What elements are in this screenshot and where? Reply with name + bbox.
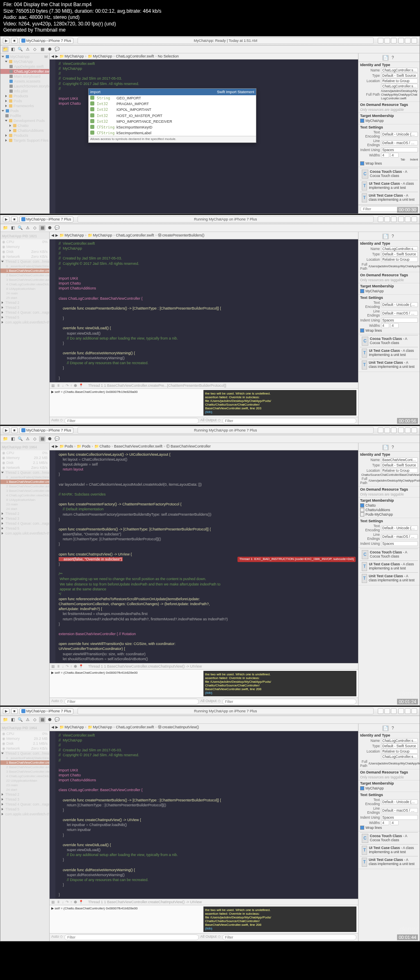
scheme-selector[interactable]: MyChatApp › iPhone 7 Plus [19, 216, 73, 223]
run-button[interactable]: ▶ [3, 38, 9, 44]
lib-item-icon[interactable]: C [362, 170, 368, 179]
toolbar: ▶ ■ MyChatApp › iPhone 7 Plus MyChatApp:… [0, 37, 420, 46]
find-nav-icon[interactable]: 🔍 [17, 46, 23, 52]
var-filter[interactable] [64, 418, 199, 424]
help-inspector-icon[interactable]: ? [390, 55, 396, 61]
debug-navigator[interactable]: MyChatApp PID 1964 ◉ CPU0% ◉ Memory29.2 … [0, 443, 50, 705]
project-navigator[interactable]: MyChatAppM MyChatApp AppDelegate.swift C… [0, 53, 50, 213]
selected-stack-frame[interactable]: 1 BaseChatViewController.create... [0, 269, 49, 273]
navigator-tabs[interactable]: 📁 ◧ 🔍 ⚠ ◇ ▦ ⬣ 💬 [0, 46, 420, 53]
run-button[interactable]: ▶ [3, 708, 9, 714]
location-select[interactable]: Relative to Group [381, 78, 418, 83]
var-scope-select[interactable]: Auto ◇ [51, 418, 63, 424]
debug-console[interactable]: ▶ self = (Chatto.BaseChatController) 0x0… [50, 388, 358, 417]
test-nav-icon[interactable]: ◇ [32, 46, 38, 52]
debug-navigator[interactable]: MyChatApp PID 1821 ◉ CPU0% ◉ Memory ◉ Di… [0, 232, 50, 425]
variables-view[interactable]: ▶ self = (Chatto.BaseChatController) 0x0… [51, 390, 201, 415]
activity-status: MyChatApp: Ready | Today at 1:51 AM [78, 37, 374, 44]
project-nav-icon[interactable]: 📁 [2, 46, 9, 52]
runtime-error-badge: Thread 1: EXC_BAD_INSTRUCTION (code=EXC_… [237, 557, 356, 562]
report-nav-icon[interactable]: 💬 [54, 46, 60, 52]
file-name-field[interactable]: ChatLogController.swift [381, 68, 418, 73]
assert-highlight: assert(false, "Override in subclass") [59, 557, 123, 561]
panel-toggle[interactable] [398, 38, 417, 44]
console-output: the two will be used. Which one is undef… [203, 390, 356, 415]
run-button[interactable]: ▶ [3, 216, 9, 222]
autocomplete-popup[interactable]: importSwift Import Statement StringGEO_I… [88, 88, 256, 143]
target-checkbox[interactable] [360, 119, 364, 123]
output-scope-select[interactable]: All Output ◇ [201, 418, 221, 424]
scheme-selector[interactable]: MyChatApp › iPhone 7 Plus [19, 38, 73, 44]
debug-bar[interactable]: ▦⏸↓↷↑⬢📍 Thread 1 1 BaseChatViewControlle… [50, 382, 358, 388]
issue-nav-icon[interactable]: ⚠ [24, 46, 31, 52]
symbol-nav-icon[interactable]: ◧ [9, 46, 16, 52]
xcode-frame-3: ▶ ■ MyChatApp › iPhone 7 Plus Running My… [0, 426, 420, 706]
console-filter[interactable] [222, 418, 356, 424]
selected-file[interactable]: ChatLogController.swiftM [0, 69, 49, 74]
jump-bar[interactable]: ◀ ▶ 📁 MyChatApp› 📁 MyChatApp› ChatLogCon… [50, 53, 358, 60]
code-editor[interactable]: ◀ ▶ 📁 MyChatApp› 📁 MyChatApp› ChatLogCon… [50, 232, 358, 425]
inspector-panel: 📄? Identity and Type NameChatLogControll… [358, 53, 420, 213]
wrap-checkbox[interactable] [360, 161, 364, 165]
code-editor[interactable]: ◀ ▶ 📁 MyChatApp› 📁 MyChatApp› ChatLogCon… [50, 53, 358, 213]
stop-button[interactable]: ■ [11, 427, 18, 433]
video-metadata: File: 004 Display the Chat Input Bar.mp4… [0, 0, 420, 35]
timestamp: 00:00:30 [397, 207, 418, 213]
xcode-frame-1: ▶ ■ MyChatApp › iPhone 7 Plus MyChatApp:… [0, 36, 420, 214]
run-button[interactable]: ▶ [3, 427, 9, 433]
editor-mode-toggle[interactable] [378, 38, 397, 44]
xcode-frame-4: ▶ ■ MyChatApp › iPhone 7 Plus Running My… [0, 707, 420, 942]
debug-nav-icon[interactable]: ▦ [39, 46, 46, 52]
stop-button[interactable]: ■ [11, 38, 18, 44]
breakpoint-nav-icon[interactable]: ⬣ [46, 46, 53, 52]
file-inspector-icon[interactable]: 📄 [382, 55, 389, 61]
stop-button[interactable]: ■ [11, 708, 18, 714]
debug-nav-icon[interactable]: ▦ [39, 225, 46, 231]
xcode-frame-2: ▶ ■ MyChatApp › iPhone 7 Plus Running My… [0, 215, 420, 425]
file-type-select[interactable]: Default - Swift Source [381, 73, 418, 78]
stop-button[interactable]: ■ [11, 216, 18, 222]
